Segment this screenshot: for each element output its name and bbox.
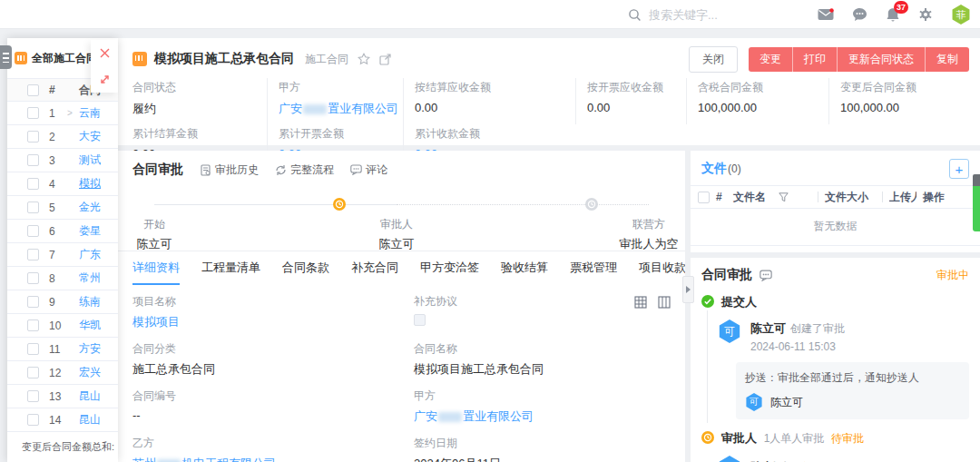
field-amount-after-change: 变更后合同金额 100,000.00 [828,78,969,124]
approver-status: 待审批 [831,432,864,445]
copy-button[interactable]: 复制 [926,47,969,72]
table-row[interactable]: 9练南 [7,290,118,314]
submitter-label: 提交人 [721,294,969,310]
collapse-arrow-icon [686,286,691,293]
tab-supplement-contract[interactable]: 补充合同 [351,251,398,285]
comment-link[interactable]: 评论 [350,162,387,178]
table-row[interactable]: 8常州 [7,267,118,290]
contract-doc-icon [132,52,147,66]
row-checkbox[interactable] [27,131,39,143]
main-area: 模拟项目施工总承包合同 施工合同 关闭 变更 打印 更新合同状态 复制 [118,38,980,462]
table-row[interactable]: 2大安 [7,125,118,149]
row-checkbox[interactable] [27,225,39,237]
row-checkbox[interactable] [27,178,39,190]
notification-badge: 37 [894,1,908,14]
external-link-icon[interactable] [379,54,391,65]
row-checkbox[interactable] [27,272,39,284]
top-bar: 37 菲 [0,0,980,29]
party-a-detail-link[interactable]: 广安置业有限公司 [414,409,534,423]
tab-detail-info[interactable]: 详细资料 [132,251,180,285]
feedback-edge-tab[interactable] [973,174,980,231]
mail-icon[interactable] [818,8,834,21]
row-checkbox[interactable] [27,414,39,426]
search-input[interactable] [649,8,785,22]
field-party-a-detail: 甲方 广安置业有限公司 [414,388,671,425]
row-expand-icon[interactable]: > [67,108,79,118]
submit-time: 2024-06-11 15:03 [750,340,845,353]
print-button[interactable]: 打印 [793,47,838,72]
column-view-icon[interactable] [658,296,671,309]
favorite-star-icon[interactable] [358,53,370,65]
contract-type-tag: 施工合同 [305,52,348,67]
row-checkbox[interactable] [27,296,39,308]
user-avatar[interactable]: 菲 [951,5,971,25]
close-button[interactable]: 关闭 [689,46,738,73]
timeline-item-submitter: 提交人 可 陈立可创建了审批 2024-06-11 15:03 抄送：审批全部通… [701,294,969,419]
amount-total-footer: 变更后合同金额总和: [7,432,118,454]
full-process-link[interactable]: 完整流程 [275,162,334,178]
row-checkbox[interactable] [27,390,39,402]
select-all-checkbox[interactable] [27,84,39,96]
approval-panel-title: 合同审批 [701,267,752,283]
party-b-link[interactable]: 苏州机电工程有限公司 [132,457,276,462]
table-row[interactable]: 3测试 [7,149,118,172]
tab-boq[interactable]: 工程量清单 [201,251,260,285]
table-row[interactable]: 13昆山 [7,385,118,408]
tab-project-receipt[interactable]: 项目收款 [639,251,685,285]
tab-party-a-change[interactable]: 甲方变洽签 [420,251,479,285]
gear-icon[interactable] [918,7,933,22]
global-search[interactable] [628,0,785,29]
action-button-group: 变更 打印 更新合同状态 复制 [749,47,969,72]
table-row[interactable]: 7广东 [7,243,118,267]
change-button[interactable]: 变更 [749,47,793,72]
row-checkbox[interactable] [27,367,39,378]
sidebar-toggle-handle[interactable] [0,45,12,69]
flow-step-partner: 联营方 审批人为空 [585,198,712,252]
tab-acceptance-settlement[interactable]: 验收结算 [501,251,548,285]
row-checkbox[interactable] [27,343,39,355]
history-icon [200,164,211,176]
table-row[interactable]: 4模拟 [7,172,118,196]
field-contract-name: 合同名称 模拟项目施工总承包合同 [414,341,671,378]
table-row[interactable]: 14昆山 [7,408,118,432]
filter-funnel-icon[interactable] [779,192,789,202]
tab-invoice-tax[interactable]: 票税管理 [570,251,617,285]
panel-collapse-handle[interactable] [682,276,694,303]
project-link[interactable]: 模拟项目 [132,314,414,330]
comment-icon[interactable] [760,270,772,281]
table-row[interactable]: 11方安 [7,338,118,361]
submitted-check-icon [701,295,714,308]
expand-panel-icon[interactable] [91,66,118,93]
close-panel-icon[interactable] [91,40,118,66]
table-row[interactable]: 12宏兴 [7,361,118,385]
files-col-uploader: 上传人 [889,190,916,205]
approval-flow: 开始 陈立可 审批人 陈立可 联营方 [118,183,685,251]
cc-note-text: 抄送：审批全部通过后，通知抄送人 [745,370,960,386]
table-row[interactable]: 5金光 [7,196,118,220]
table-row[interactable]: 10华凯 [7,314,118,338]
row-checkbox[interactable] [27,202,39,213]
grid-view-icon[interactable] [634,296,647,309]
supplement-checkbox[interactable] [414,314,426,326]
table-row[interactable]: 1>云南 [7,102,118,125]
row-checkbox[interactable] [27,249,39,260]
files-col-name: 文件名 [733,190,766,205]
approval-history-link[interactable]: 审批历史 [200,162,259,178]
table-row[interactable]: 6娄星 [7,220,118,243]
approver-meta: 1人单人审批 [764,432,825,445]
add-file-button[interactable]: + [949,159,969,179]
party-a-link[interactable]: 广安置业有限公司 [279,102,398,115]
update-status-button[interactable]: 更新合同状态 [838,47,926,72]
files-title: 文件 [701,161,727,177]
files-empty-text: 暂无数据 [691,209,980,246]
files-col-index: # [716,191,727,203]
row-checkbox[interactable] [27,154,39,166]
contract-list-icon [15,52,27,64]
row-checkbox[interactable] [27,107,39,119]
bell-icon[interactable]: 37 [886,7,900,23]
files-table-header: # 文件名 文件大小 上传人 操作 [691,185,980,209]
contract-detail-card: 合同审批 审批历史 完整流程 评论 [118,151,685,462]
row-checkbox[interactable] [27,319,39,331]
chat-icon[interactable] [852,7,867,22]
tab-contract-terms[interactable]: 合同条款 [282,251,329,285]
